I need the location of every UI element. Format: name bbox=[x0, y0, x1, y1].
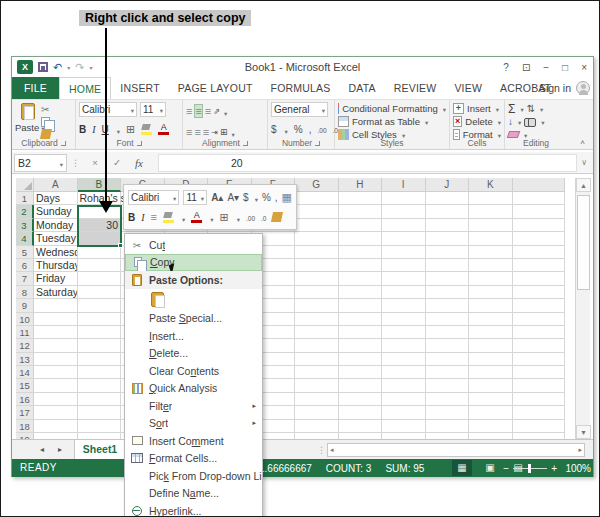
cut-icon[interactable] bbox=[41, 104, 67, 115]
cell-A9[interactable] bbox=[34, 299, 78, 312]
minimize-icon[interactable]: − bbox=[543, 62, 549, 73]
menu-item-clear-contents[interactable]: Clear Contents bbox=[125, 362, 262, 380]
mini-comma-icon[interactable]: , bbox=[275, 192, 278, 203]
cell-G11[interactable] bbox=[295, 326, 339, 339]
cell-B14[interactable] bbox=[78, 366, 122, 379]
redo-icon[interactable]: ↷ bbox=[75, 62, 84, 72]
menu-item-paste-special[interactable]: Paste Special... bbox=[125, 310, 262, 328]
cell-J10[interactable] bbox=[426, 313, 470, 326]
align-bottom-icon[interactable] bbox=[205, 105, 211, 117]
cell-G17[interactable] bbox=[295, 406, 339, 419]
sheet-prev-icon[interactable]: ◂ bbox=[40, 440, 44, 460]
mini-format-painter-icon[interactable] bbox=[271, 212, 283, 222]
scroll-up-icon[interactable]: ▲ bbox=[576, 178, 591, 192]
borders-icon[interactable] bbox=[126, 123, 135, 136]
mini-currency-icon[interactable]: $ bbox=[243, 192, 249, 203]
cell-A17[interactable] bbox=[34, 406, 78, 419]
font-color-icon[interactable] bbox=[158, 123, 169, 135]
cell-I5[interactable] bbox=[382, 246, 426, 259]
cell-H5[interactable] bbox=[339, 246, 383, 259]
cell-K3[interactable] bbox=[469, 219, 513, 232]
cell-J17[interactable] bbox=[426, 406, 470, 419]
tab-data[interactable]: DATA bbox=[340, 77, 385, 99]
cell-G13[interactable] bbox=[295, 353, 339, 366]
cell-A12[interactable] bbox=[34, 339, 78, 352]
cell-G8[interactable] bbox=[295, 286, 339, 299]
page-layout-view-icon[interactable]: ▣ bbox=[480, 460, 500, 476]
menu-item-format-cells[interactable]: Format Cells... bbox=[125, 450, 262, 468]
cell-A14[interactable] bbox=[34, 366, 78, 379]
sheet-bar-splitter[interactable]: ⋮ bbox=[317, 440, 326, 460]
cell-A16[interactable] bbox=[34, 393, 78, 406]
mini-borders-icon[interactable] bbox=[220, 211, 229, 224]
tab-view[interactable]: VIEW bbox=[445, 77, 491, 99]
tab-review[interactable]: REVIEW bbox=[385, 77, 446, 99]
cell-K13[interactable] bbox=[469, 353, 513, 366]
cell-K15[interactable] bbox=[469, 379, 513, 392]
row-header-15[interactable]: 15 bbox=[16, 379, 34, 392]
avatar-icon[interactable] bbox=[576, 81, 590, 95]
mini-increase-decimal-icon[interactable] bbox=[246, 212, 255, 223]
menu-item-insert[interactable]: Insert... bbox=[125, 327, 262, 345]
cell-G3[interactable] bbox=[295, 219, 339, 232]
cell-I8[interactable] bbox=[382, 286, 426, 299]
cell-J7[interactable] bbox=[426, 272, 470, 285]
cell-B17[interactable] bbox=[78, 406, 122, 419]
horizontal-scrollbar[interactable]: ◂ ▸ bbox=[327, 443, 585, 457]
cell-J5[interactable] bbox=[426, 246, 470, 259]
cell-J15[interactable] bbox=[426, 379, 470, 392]
fill-color-icon[interactable] bbox=[141, 124, 152, 135]
zoom-in-icon[interactable]: + bbox=[551, 463, 557, 474]
cell-B6[interactable] bbox=[78, 259, 122, 272]
cell-G6[interactable] bbox=[295, 259, 339, 272]
cell-J6[interactable] bbox=[426, 259, 470, 272]
cell-A13[interactable] bbox=[34, 353, 78, 366]
menu-item-paste-options[interactable]: Paste Options: bbox=[125, 271, 262, 289]
row-header-1[interactable]: 1 bbox=[16, 192, 34, 205]
cell-J2[interactable] bbox=[426, 205, 470, 218]
row-header-14[interactable]: 14 bbox=[16, 366, 34, 379]
underline-dropdown-icon[interactable] bbox=[115, 120, 120, 138]
cell-I15[interactable] bbox=[382, 379, 426, 392]
cell-J14[interactable] bbox=[426, 366, 470, 379]
cell-K12[interactable] bbox=[469, 339, 513, 352]
cell-A1[interactable]: Days bbox=[34, 192, 78, 205]
sign-in-link[interactable]: Sign in bbox=[539, 77, 571, 99]
clear-icon[interactable] bbox=[507, 131, 521, 138]
font-name-select[interactable]: Calibri bbox=[79, 102, 137, 117]
cell-A3[interactable]: Monday bbox=[34, 219, 78, 232]
cell-K10[interactable] bbox=[469, 313, 513, 326]
cell-H2[interactable] bbox=[339, 205, 383, 218]
cell-G9[interactable] bbox=[295, 299, 339, 312]
cell-H8[interactable] bbox=[339, 286, 383, 299]
cell-K11[interactable] bbox=[469, 326, 513, 339]
number-dialog-launcher-icon[interactable] bbox=[315, 141, 320, 146]
cell-H16[interactable] bbox=[339, 393, 383, 406]
cell-J11[interactable] bbox=[426, 326, 470, 339]
cell-J9[interactable] bbox=[426, 299, 470, 312]
menu-item-quick-analysis[interactable]: Quick Analysis bbox=[125, 380, 262, 398]
cell-H17[interactable] bbox=[339, 406, 383, 419]
row-header-6[interactable]: 6 bbox=[16, 259, 34, 272]
cell-A7[interactable]: Friday bbox=[34, 272, 78, 285]
cell-K2[interactable] bbox=[469, 205, 513, 218]
cell-J13[interactable] bbox=[426, 353, 470, 366]
restore-icon[interactable]: □ bbox=[562, 62, 568, 73]
sheet-tab-sheet1[interactable]: Sheet1 bbox=[74, 440, 126, 460]
paste-keep-source-formatting-icon[interactable] bbox=[151, 292, 164, 307]
percent-icon[interactable]: % bbox=[294, 124, 303, 135]
cell-B11[interactable] bbox=[78, 326, 122, 339]
cell-I16[interactable] bbox=[382, 393, 426, 406]
mini-decrease-decimal-icon[interactable] bbox=[261, 212, 266, 223]
row-header-2[interactable]: 2 bbox=[16, 205, 34, 218]
mini-shrink-font-icon[interactable]: A▾ bbox=[227, 192, 239, 203]
cell-B16[interactable] bbox=[78, 393, 122, 406]
row-header-10[interactable]: 10 bbox=[16, 313, 34, 326]
format-as-table-button[interactable]: Format as Table bbox=[338, 115, 446, 128]
italic-button[interactable]: I bbox=[92, 124, 95, 135]
undo-dropdown-icon[interactable]: ▾ bbox=[67, 64, 70, 71]
zoom-out-icon[interactable]: − bbox=[503, 463, 509, 474]
close-icon[interactable]: × bbox=[581, 62, 587, 73]
cell-G5[interactable] bbox=[295, 246, 339, 259]
name-box[interactable]: B2 bbox=[14, 154, 67, 172]
